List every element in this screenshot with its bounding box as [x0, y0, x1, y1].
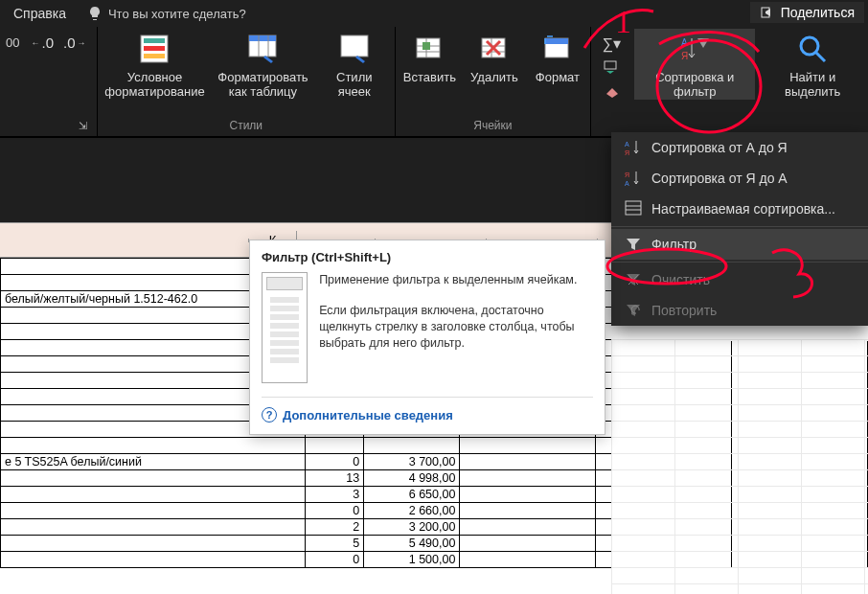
sigma-icon: ∑▾ — [603, 34, 621, 53]
cells-group-label: Ячейки — [473, 119, 512, 132]
number-group-launcher-icon[interactable]: ⇲ — [79, 120, 87, 132]
tab-help[interactable]: Справка — [4, 2, 76, 25]
sort-az-icon: АЯ — [625, 139, 642, 156]
cell-b-3[interactable]: 0 — [305, 503, 363, 519]
svg-rect-4 — [144, 54, 165, 58]
tooltip-p2: Если фильтрация включена, достаточно щел… — [319, 303, 593, 352]
eraser-icon — [604, 85, 621, 102]
lightbulb-icon — [87, 6, 103, 21]
format-as-table-icon — [246, 33, 279, 65]
empty-grid-right[interactable] — [611, 339, 868, 594]
cell-b-0[interactable]: 0 — [305, 454, 363, 470]
svg-rect-20 — [545, 38, 568, 44]
sort-za-icon: ЯА — [625, 170, 642, 187]
share-icon — [760, 5, 775, 20]
cell-styles-button[interactable]: Стили ячеек — [318, 29, 391, 100]
cell-b-1[interactable]: 13 — [305, 470, 363, 487]
tell-me-text: Что вы хотите сделать? — [108, 7, 246, 21]
share-button[interactable]: Поделиться — [750, 2, 864, 23]
num-fmt-00: 00 — [6, 35, 19, 50]
menu-sort-za[interactable]: ЯА Сортировка от Я до А — [611, 163, 868, 194]
autosum-button[interactable]: ∑▾ — [602, 34, 623, 52]
menu-clear-filter: Очистить — [611, 264, 868, 295]
filter-icon — [625, 236, 642, 253]
reapply-filter-icon — [625, 302, 642, 319]
menu-reapply-filter: Повторить — [611, 295, 868, 326]
svg-text:А: А — [625, 180, 629, 187]
menu-custom-sort[interactable]: Настраиваемая сортировка... — [611, 194, 868, 224]
filter-tooltip: Фильтр (Ctrl+Shift+L) Применение фильтра… — [249, 240, 605, 435]
svg-rect-6 — [249, 35, 276, 41]
find-select-button[interactable]: Найти и выделить — [761, 29, 864, 100]
custom-sort-icon — [625, 200, 642, 217]
number-format-fragment[interactable]: 00 ←.0 .0→ — [4, 34, 86, 51]
fill-down-icon — [604, 60, 621, 77]
cell-c-2[interactable]: 6 650,00 — [364, 487, 460, 503]
svg-text:Я: Я — [625, 149, 629, 156]
cell-b-5[interactable]: 5 — [305, 536, 363, 552]
svg-rect-21 — [605, 61, 616, 69]
svg-text:А: А — [681, 37, 688, 48]
sort-filter-icon: АЯ — [678, 33, 711, 65]
cell-product-2[interactable]: e 5 TS525A белый/синий — [1, 454, 306, 470]
svg-text:А: А — [625, 141, 629, 148]
tell-me[interactable]: Что вы хотите сделать? — [87, 6, 246, 21]
cell-b-2[interactable]: 3 — [305, 487, 363, 503]
tooltip-p1: Применение фильтра к выделенным ячейкам. — [319, 272, 593, 288]
clear-button[interactable] — [602, 84, 623, 102]
share-label: Поделиться — [781, 5, 855, 20]
tooltip-preview — [262, 272, 308, 383]
styles-group-label: Стили — [229, 119, 263, 132]
cell-c-1[interactable]: 4 998,00 — [364, 470, 460, 487]
decrease-decimal-button[interactable]: .0→ — [63, 34, 86, 51]
conditional-formatting-button[interactable]: Условное форматирование — [102, 29, 209, 100]
delete-cells-icon — [478, 33, 511, 65]
svg-rect-30 — [626, 201, 641, 215]
sort-filter-menu: АЯ Сортировка от А до Я ЯА Сортировка от… — [611, 132, 868, 326]
svg-point-24 — [801, 37, 818, 55]
svg-rect-3 — [144, 38, 165, 43]
tooltip-title: Фильтр (Ctrl+Shift+L) — [262, 250, 593, 264]
svg-text:Я: Я — [681, 51, 688, 61]
svg-rect-2 — [144, 46, 165, 51]
help-icon: ? — [262, 407, 277, 423]
find-select-icon — [796, 33, 829, 65]
format-cells-icon — [541, 33, 574, 65]
menu-filter[interactable]: Фильтр — [611, 229, 868, 260]
cell-b-4[interactable]: 2 — [305, 519, 363, 536]
col-header-a-fragment[interactable] — [0, 239, 249, 242]
fill-button[interactable] — [602, 59, 623, 77]
svg-rect-9 — [341, 35, 368, 57]
menu-sort-az[interactable]: АЯ Сортировка от А до Я — [611, 132, 868, 163]
conditional-formatting-icon — [138, 33, 171, 65]
cell-c-6[interactable]: 1 500,00 — [364, 552, 460, 568]
cell-c-0[interactable]: 3 700,00 — [364, 454, 460, 470]
insert-cells-button[interactable]: Вставить — [400, 29, 460, 85]
svg-line-25 — [816, 53, 825, 61]
cell-c-3[interactable]: 2 660,00 — [364, 503, 460, 519]
clear-filter-icon — [625, 271, 642, 288]
increase-decimal-button[interactable]: ←.0 — [31, 34, 54, 51]
sort-filter-button[interactable]: АЯ Сортировка и фильтр — [634, 29, 755, 100]
cell-b-6[interactable]: 0 — [305, 552, 363, 568]
cell-c-5[interactable]: 5 490,00 — [364, 536, 460, 552]
svg-text:Я: Я — [625, 171, 629, 178]
format-cells-button[interactable]: Формат — [529, 29, 586, 85]
svg-rect-14 — [423, 42, 430, 50]
cell-styles-icon — [338, 33, 371, 65]
tooltip-help-link[interactable]: ? Дополнительные сведения — [262, 397, 593, 423]
format-as-table-button[interactable]: Форматировать как таблицу — [214, 29, 311, 100]
cell-c-4[interactable]: 3 200,00 — [364, 519, 460, 536]
delete-cells-button[interactable]: Удалить — [466, 29, 523, 85]
insert-cells-icon — [413, 33, 445, 65]
